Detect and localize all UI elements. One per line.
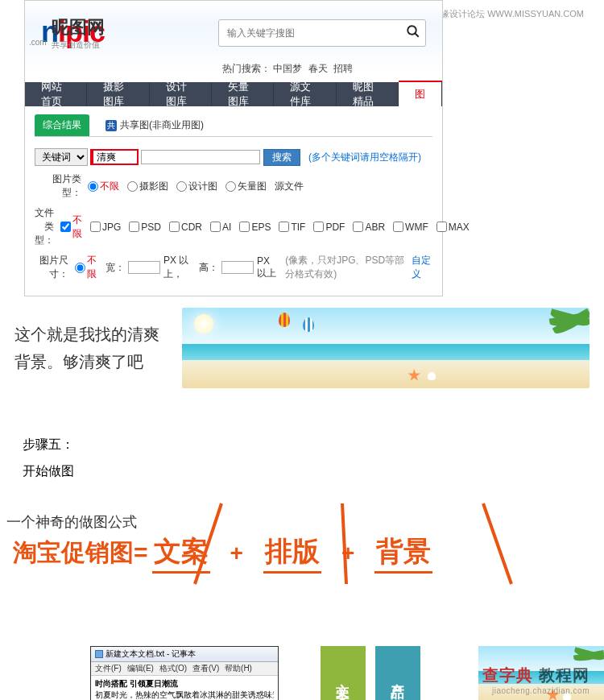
- formula-intro: 一个神奇的做图公式: [6, 512, 604, 532]
- main-nav: 网站首页 摄影图库 设计图库 矢量图库 源文件库 昵图精品 图: [25, 82, 442, 106]
- file-type-eps[interactable]: EPS: [239, 222, 271, 233]
- formula: 淘宝促销图= 文案 + 排版 + 背景: [13, 533, 604, 574]
- menu-format[interactable]: 格式(O): [159, 664, 187, 673]
- step-title: 步骤五：: [23, 437, 604, 454]
- dim-w-input[interactable]: [128, 261, 160, 274]
- file-type-pdf[interactable]: PDF: [313, 222, 345, 233]
- tabs: 综合结果 共 共享图(非商业用图): [35, 114, 432, 137]
- file-type-abr[interactable]: ABR: [353, 222, 385, 233]
- logo-com: .com: [29, 38, 47, 47]
- hot-link[interactable]: 中国梦: [273, 63, 302, 74]
- keyword-hint: (多个关键词请用空格隔开): [308, 151, 421, 164]
- dim-label: 图片尺寸：: [35, 254, 68, 281]
- nav-image[interactable]: 图: [399, 81, 442, 106]
- keyword-extra-input[interactable]: [141, 150, 260, 164]
- file-type-wmf[interactable]: WMF: [393, 222, 428, 233]
- tab-share-label: 共享图(非商业用图): [120, 118, 204, 132]
- file-type-ai[interactable]: AI: [210, 222, 231, 233]
- dim-row: 图片尺寸： 不限 宽： PX 以上， 高： PX 以上 (像素，只对JPG、PS…: [35, 254, 432, 281]
- logo-cn: 昵图网: [52, 15, 105, 39]
- search-box[interactable]: [218, 19, 426, 47]
- header-row: nipic .com 昵图网 共享创造价值: [25, 1, 442, 59]
- notepad-menu: 文件(F) 编辑(E) 格式(O) 查看(V) 帮助(H): [91, 662, 278, 676]
- dim-w-label: 宽：: [105, 261, 125, 275]
- nipic-screenshot: nipic .com 昵图网 共享创造价值 热门搜索： 中国梦 春天 招聘 网站…: [24, 0, 443, 296]
- menu-help[interactable]: 帮助(H): [225, 664, 252, 673]
- file-type-row: 文件类型： 不限 JPG PSD CDR AI EPS TIF PDF ABR …: [35, 206, 432, 247]
- dim-custom[interactable]: 自定义: [412, 254, 432, 281]
- file-type-unlimited[interactable]: 不限: [60, 213, 82, 241]
- search-icon[interactable]: [401, 24, 425, 43]
- formula-lhs: 淘宝促销图=: [13, 536, 148, 570]
- formula-term-bg: 背景: [374, 533, 432, 574]
- hot-link[interactable]: 春天: [308, 63, 328, 74]
- nav-home[interactable]: 网站首页: [25, 82, 87, 106]
- formula-plus-2: +: [341, 541, 354, 566]
- search-input[interactable]: [219, 27, 401, 39]
- watermark-main: 查字典 教程网: [482, 665, 590, 686]
- beach-image: [182, 308, 590, 388]
- hot-label: 热门搜索：: [222, 63, 271, 74]
- pic-type-source[interactable]: 源文件: [275, 180, 304, 193]
- annotation-text: 这个就是我找的清爽 背景。够清爽了吧: [14, 321, 174, 375]
- filter-panel: 综合结果 共 共享图(非商业用图) 关键词 搜索 (多个关键词请用空格隔开) 图…: [25, 106, 442, 296]
- tab-share[interactable]: 共 共享图(非商业用图): [97, 114, 212, 136]
- np-line: 时尚搭配 引领夏日潮流: [95, 678, 274, 690]
- share-icon: 共: [105, 120, 117, 131]
- nav-design[interactable]: 设计图库: [150, 82, 212, 106]
- notepad-title: 新建文本文档.txt - 记事本: [91, 647, 278, 662]
- notepad: 新建文本文档.txt - 记事本 文件(F) 编辑(E) 格式(O) 查看(V)…: [90, 646, 279, 700]
- keyword-row: 关键词 搜索 (多个关键词请用空格隔开): [35, 148, 432, 166]
- dim-hint: (像素，只对JPG、PSD等部分格式有效): [285, 254, 408, 281]
- dim-unlimited[interactable]: 不限: [75, 254, 97, 281]
- dim-h-input[interactable]: [221, 261, 254, 274]
- notepad-icon: [95, 650, 103, 658]
- file-type-jpg[interactable]: JPG: [90, 222, 121, 233]
- block-copy: 文案: [321, 646, 366, 700]
- dim-px1: PX 以上，: [163, 254, 196, 281]
- pic-type-vector[interactable]: 矢量图: [225, 180, 267, 193]
- nav-vector[interactable]: 矢量图库: [212, 82, 274, 106]
- np-line: 初夏时光，热辣的空气飘散着冰淇淋的甜美诱惑味道: [95, 690, 274, 701]
- hot-link[interactable]: 招聘: [333, 63, 353, 74]
- file-type-cdr[interactable]: CDR: [169, 222, 202, 233]
- menu-file[interactable]: 文件(F): [95, 664, 122, 673]
- block-product: 产品: [375, 646, 420, 700]
- logo: nipic .com 昵图网 共享创造价值: [41, 15, 105, 51]
- file-type-tif[interactable]: TIF: [279, 222, 305, 233]
- dim-px2: PX 以上: [257, 255, 282, 280]
- annotation-line2: 背景。够清爽了吧: [14, 348, 174, 375]
- file-type-max[interactable]: MAX: [436, 222, 470, 233]
- formula-term-copy: 文案: [152, 533, 210, 574]
- watermark-top: 思缘设计论坛 WWW.MISSYUAN.COM: [432, 8, 584, 20]
- logo-slogan: 共享创造价值: [52, 39, 105, 51]
- svg-line-1: [415, 33, 419, 37]
- pic-type-unlimited[interactable]: 不限: [88, 180, 119, 193]
- step-section: 步骤五： 开始做图: [23, 437, 604, 480]
- menu-view[interactable]: 查看(V): [192, 664, 219, 673]
- annotation-row: 这个就是我找的清爽 背景。够清爽了吧: [0, 308, 604, 388]
- formula-plus-1: +: [230, 541, 243, 566]
- notepad-body: 时尚搭配 引领夏日潮流 初夏时光，热辣的空气飘散着冰淇淋的甜美诱惑味道 搬亮多彩…: [91, 676, 278, 700]
- file-type-psd[interactable]: PSD: [129, 222, 161, 233]
- file-type-label: 文件类型：: [35, 206, 54, 247]
- nav-source[interactable]: 源文件库: [274, 82, 336, 106]
- menu-edit[interactable]: 编辑(E): [127, 664, 154, 673]
- watermark-bottom: 查字典 教程网 jiaocheng.chazidian.com: [482, 665, 590, 695]
- keyword-input[interactable]: [90, 149, 139, 165]
- svg-point-0: [407, 26, 416, 35]
- hot-search: 热门搜索： 中国梦 春天 招聘: [25, 59, 442, 82]
- pic-type-design[interactable]: 设计图: [176, 180, 217, 193]
- formula-term-layout: 排版: [263, 533, 321, 574]
- nav-photo[interactable]: 摄影图库: [87, 82, 149, 106]
- annotation-line1: 这个就是我找的清爽: [14, 321, 174, 348]
- nav-featured[interactable]: 昵图精品: [337, 82, 399, 106]
- tab-all[interactable]: 综合结果: [35, 114, 89, 136]
- search-button[interactable]: 搜索: [263, 149, 300, 166]
- step-sub: 开始做图: [23, 463, 604, 480]
- keyword-select[interactable]: 关键词: [35, 148, 88, 166]
- dim-h-label: 高：: [199, 261, 218, 275]
- pic-type-photo[interactable]: 摄影图: [127, 180, 168, 193]
- watermark-sub: jiaocheng.chazidian.com: [482, 686, 590, 695]
- pic-type-row: 图片类型： 不限 摄影图 设计图 矢量图 源文件: [35, 172, 432, 200]
